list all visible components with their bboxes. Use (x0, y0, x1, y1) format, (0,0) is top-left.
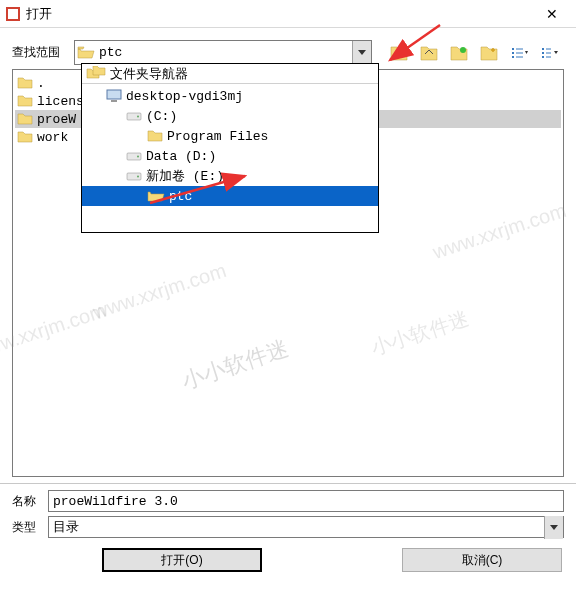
nav-item-drive-d[interactable]: Data (D:) (82, 146, 378, 166)
type-dropdown-button[interactable] (544, 516, 563, 539)
separator (0, 483, 576, 484)
nav-item-program-files[interactable]: Program Files (82, 126, 378, 146)
nav-item-computer[interactable]: desktop-vgdi3mj (82, 86, 378, 106)
type-label: 类型 (12, 519, 42, 536)
svg-point-12 (137, 156, 139, 158)
list-view-icon[interactable] (508, 42, 530, 64)
folder-icon (17, 130, 33, 144)
nav-label: desktop-vgdi3mj (126, 89, 243, 104)
lookin-row: 查找范围 ptc (12, 40, 564, 65)
window-title: 打开 (26, 5, 532, 23)
nav-label: Program Files (167, 129, 268, 144)
svg-point-10 (137, 116, 139, 118)
svg-rect-2 (512, 52, 514, 54)
home-icon[interactable] (418, 42, 440, 64)
lookin-label: 查找范围 (12, 44, 68, 61)
nav-label: 新加卷 (E:) (146, 167, 224, 185)
cancel-button[interactable]: 取消(C) (402, 548, 562, 572)
titlebar: 打开 ✕ (0, 0, 576, 28)
folder-icon (147, 129, 163, 143)
dropdown-button[interactable] (352, 41, 371, 64)
folder-open-icon (147, 189, 165, 203)
type-row: 类型 目录 (12, 516, 564, 538)
drive-icon (126, 170, 142, 182)
folder-icon (17, 112, 33, 126)
name-input[interactable] (48, 490, 564, 512)
navigator-tree: desktop-vgdi3mj (C:) Program Files Data … (82, 84, 378, 208)
nav-label: ptc (169, 189, 192, 204)
nav-label: Data (D:) (146, 149, 216, 164)
nav-item-drive-c[interactable]: (C:) (82, 106, 378, 126)
lookin-value: ptc (99, 45, 352, 60)
lookin-combo[interactable]: ptc (74, 40, 372, 65)
folder-navigator-dropdown[interactable]: 文件夹导航器 desktop-vgdi3mj (C:) Program File… (81, 63, 379, 233)
new-folder-icon[interactable] (478, 42, 500, 64)
svg-rect-3 (512, 56, 514, 58)
svg-rect-8 (111, 100, 117, 102)
type-combo[interactable]: 目录 (48, 516, 564, 538)
name-label: 名称 (12, 493, 42, 510)
computer-icon (106, 89, 122, 103)
svg-rect-1 (512, 48, 514, 50)
name-row: 名称 (12, 490, 564, 512)
working-folder-icon[interactable] (448, 42, 470, 64)
navigator-header: 文件夹导航器 (82, 64, 378, 84)
svg-rect-7 (107, 90, 121, 99)
file-name: proeW (37, 112, 76, 127)
toolbar (388, 42, 560, 64)
nav-item-drive-e[interactable]: 新加卷 (E:) (82, 166, 378, 186)
nav-item-ptc[interactable]: ptc (82, 186, 378, 206)
file-name: . (37, 76, 45, 91)
nav-label: (C:) (146, 109, 177, 124)
svg-point-14 (137, 176, 139, 178)
file-name: work (37, 130, 68, 145)
folders-icon (86, 66, 106, 82)
chevron-down-icon (358, 50, 366, 55)
tools-icon[interactable] (538, 42, 560, 64)
navigator-title: 文件夹导航器 (110, 65, 188, 83)
folder-open-icon (77, 45, 95, 61)
svg-rect-6 (542, 56, 544, 58)
type-value: 目录 (53, 518, 544, 536)
open-button[interactable]: 打开(O) (102, 548, 262, 572)
chevron-down-icon (550, 525, 558, 530)
drive-icon (126, 150, 142, 162)
button-row: 打开(O) 取消(C) (12, 548, 564, 572)
up-folder-icon[interactable] (388, 42, 410, 64)
svg-rect-4 (542, 48, 544, 50)
app-icon (6, 7, 20, 21)
folder-icon (17, 94, 33, 108)
close-button[interactable]: ✕ (532, 2, 572, 26)
svg-point-0 (460, 47, 466, 53)
folder-icon (17, 76, 33, 90)
svg-rect-5 (542, 52, 544, 54)
drive-icon (126, 110, 142, 122)
